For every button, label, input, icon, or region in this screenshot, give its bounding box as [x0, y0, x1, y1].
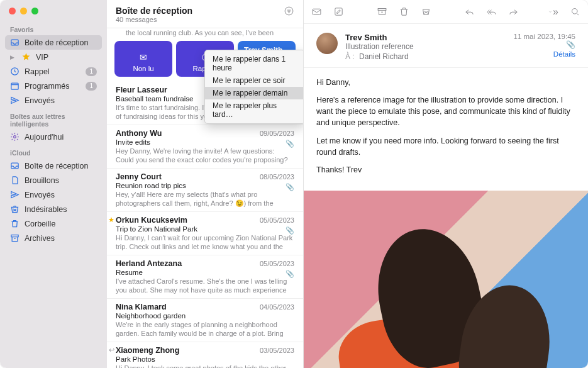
archive-icon[interactable] — [377, 6, 387, 17]
message-subject: Trip to Zion National Park — [116, 225, 294, 233]
message-list-item[interactable]: Nina Klamard04/05/2023Neighborhood garde… — [107, 299, 303, 342]
sidebar-item-today[interactable]: Aujourd'hui — [5, 130, 102, 144]
message-subject: Park Photos — [116, 355, 294, 363]
sidebar-item-sent[interactable]: Envoyés — [5, 93, 102, 108]
gear-icon — [10, 132, 19, 142]
svg-point-3 — [14, 136, 16, 138]
reply-icon[interactable] — [464, 6, 475, 17]
sender-avatar[interactable] — [316, 33, 338, 54]
mailbox-message-count: 40 messages — [116, 16, 192, 23]
svg-rect-9 — [378, 9, 386, 11]
sidebar-item-icloud-inbox[interactable]: Boîte de réception — [5, 159, 102, 173]
svg-rect-8 — [335, 8, 342, 15]
message-subject: Resume — [116, 269, 294, 276]
replied-icon: ↩ — [108, 346, 114, 354]
sidebar-item-inbox[interactable]: Boîte de réception — [5, 35, 102, 50]
banner-unread[interactable]: ✉ Non lu — [114, 41, 172, 77]
sidebar-item-archive[interactable]: Archives — [5, 231, 102, 245]
message-date: 03/05/2023 — [260, 347, 294, 354]
remind-menu-item[interactable]: Me le rappeler plus tard… — [205, 99, 303, 121]
message-to: Daniel Richard — [359, 52, 409, 61]
clock-icon — [10, 67, 19, 76]
sidebar-section-header: Boîtes aux lettres intelligentes — [5, 108, 102, 130]
body-paragraph: Let me know if you need more info. Looki… — [316, 135, 575, 158]
remind-me-menu: Me le rappeler dans 1 heure Me le rappel… — [204, 50, 303, 124]
sidebar-section-header: Favoris — [5, 21, 102, 35]
message-date: 09/05/2023 — [260, 130, 294, 137]
message-list-item[interactable]: Anthony Wu09/05/2023Invite edits📎Hey Dan… — [107, 125, 303, 169]
message-from: Xiaomeng Zhong — [116, 346, 179, 355]
disclosure-triangle-icon[interactable]: ▶ — [10, 54, 16, 60]
message-list-item[interactable]: Herland Antezana05/05/2023Resume📎I've at… — [107, 255, 303, 299]
svg-rect-2 — [11, 83, 18, 89]
attachment-icon: 📎 — [514, 40, 575, 49]
message-date: 04/05/2023 — [260, 303, 294, 311]
star-icon — [21, 52, 31, 62]
sidebar-badge: 1 — [86, 67, 97, 76]
message-body: Hi Danny, Here's a reference image for t… — [304, 68, 588, 191]
compose-icon[interactable] — [333, 6, 344, 17]
sidebar-item-label: Boîte de réception — [25, 38, 97, 47]
sidebar-item-scheduled[interactable]: Programmés 1 — [5, 79, 102, 93]
body-paragraph: Hi Danny, — [316, 77, 575, 88]
svg-rect-7 — [313, 9, 321, 14]
junk-icon[interactable] — [421, 6, 431, 17]
document-icon — [10, 176, 19, 185]
message-list-pane: Boîte de réception 40 messages the local… — [107, 0, 304, 368]
message-from: Nina Klamard — [116, 303, 167, 311]
attachment-image[interactable] — [304, 191, 588, 368]
sidebar-item-label: Boîte de réception — [25, 162, 97, 170]
close-window-button[interactable] — [9, 8, 16, 14]
message-subject: Illustration reference — [345, 42, 506, 51]
sidebar-item-label: Envoyés — [25, 96, 97, 105]
search-icon[interactable] — [570, 6, 580, 17]
message-from: Jenny Court — [116, 172, 162, 181]
reply-all-icon[interactable] — [486, 6, 497, 17]
message-from: Orkun Kucuksevim — [116, 216, 187, 225]
forward-icon[interactable] — [508, 6, 519, 17]
sidebar-item-junk[interactable]: Indésirables — [5, 202, 102, 216]
sidebar-item-remind[interactable]: Rappel 1 — [5, 64, 102, 79]
minimize-window-button[interactable] — [20, 8, 27, 14]
sidebar-badge: 1 — [86, 82, 97, 91]
sidebar-item-drafts[interactable]: Brouillons — [5, 173, 102, 187]
calendar-clock-icon — [10, 81, 19, 91]
details-link[interactable]: Détails — [514, 50, 575, 58]
sidebar-item-trash[interactable]: Corbeille — [5, 216, 102, 231]
message-date: 05/05/2023 — [260, 216, 294, 224]
message-preview: Hi Danny, I can't wait for our upcoming … — [116, 233, 294, 251]
message-preview: We're in the early stages of planning a … — [116, 320, 294, 338]
message-date: 08/05/2023 — [260, 173, 294, 181]
svg-point-10 — [572, 9, 578, 14]
message-list-item[interactable]: ★Orkun Kucuksevim05/05/2023Trip to Zion … — [107, 212, 303, 255]
archive-icon — [10, 233, 19, 243]
reader-toolbar: » — [304, 0, 588, 24]
message-date: 05/05/2023 — [260, 260, 294, 267]
attachment-icon: 📎 — [286, 270, 294, 278]
sidebar-item-label: Archives — [25, 234, 97, 243]
more-icon[interactable]: » — [548, 6, 558, 17]
sidebar-item-label: VIP — [36, 53, 97, 62]
mailbox-sidebar: Favoris Boîte de réception ▶ VIP Rappel … — [0, 0, 107, 368]
message-subject: Neighborhood garden — [116, 312, 294, 320]
sidebar-item-icloud-sent[interactable]: Envoyés — [5, 187, 102, 202]
inbox-icon — [10, 38, 19, 47]
sidebar-item-label: Envoyés — [25, 191, 97, 199]
remind-menu-item[interactable]: Me le rappeler dans 1 heure — [205, 53, 303, 74]
message-list-item[interactable]: ↩Xiaomeng Zhong03/05/2023Park PhotosHi D… — [107, 342, 303, 368]
message-list-item[interactable]: Jenny Court08/05/2023Reunion road trip p… — [107, 169, 303, 212]
remind-menu-item[interactable]: Me le rappeler demain — [205, 87, 303, 99]
filter-icon[interactable] — [284, 6, 294, 16]
message-preview: Hi Danny, I took some great photos of th… — [116, 364, 294, 368]
flag-star-icon: ★ — [108, 216, 114, 224]
trash-icon — [10, 219, 19, 228]
mailbox-title: Boîte de réception — [116, 6, 192, 16]
message-from: Herland Antezana — [116, 259, 182, 268]
sidebar-item-vip[interactable]: ▶ VIP — [5, 50, 102, 64]
trash-icon[interactable] — [399, 6, 409, 17]
message-header: Trev Smith Illustration reference À : Da… — [304, 24, 588, 68]
zoom-window-button[interactable] — [31, 8, 38, 14]
envelope-icon[interactable] — [311, 6, 322, 17]
remind-menu-item[interactable]: Me le rappeler ce soir — [205, 74, 303, 87]
message-from: Trev Smith — [345, 33, 506, 42]
